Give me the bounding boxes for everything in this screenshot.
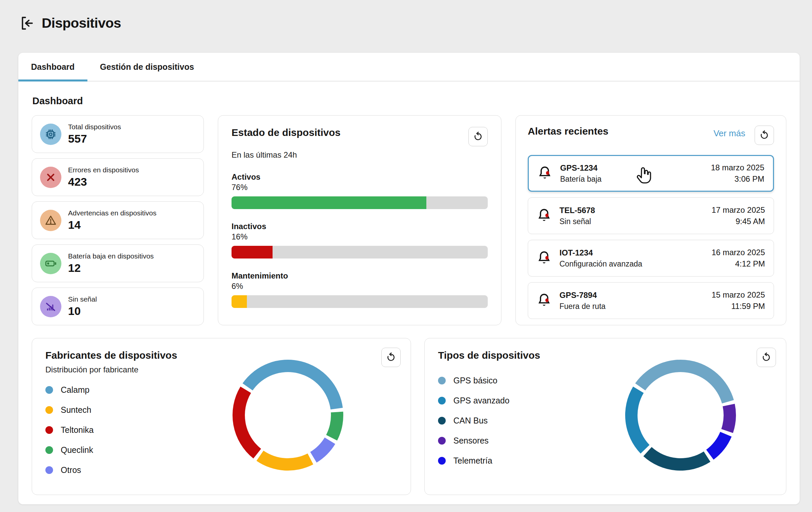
device-types-card: Tipos de dispositivos GPS básico GPS ava…: [424, 338, 786, 495]
alert-row[interactable]: TEL-5678 Sin señal 17 marzo 2025 9:45 AM: [528, 197, 774, 234]
manufacturers-legend: Calamp Suntech Teltonika Queclink Otros: [46, 385, 397, 475]
refresh-button[interactable]: [757, 348, 776, 367]
legend-dot: [438, 457, 446, 464]
refresh-button[interactable]: [381, 348, 401, 367]
no-signal-icon: [40, 296, 61, 317]
stat-label: Sin señal: [68, 295, 97, 303]
battery-low-icon: [40, 253, 61, 274]
alert-row[interactable]: GPS-7894 Fuera de ruta 15 marzo 2025 11:…: [528, 282, 774, 319]
stat-label: Advertencias en dispositivos: [68, 209, 156, 217]
stat-value: 557: [68, 132, 121, 145]
legend-dot: [46, 466, 53, 474]
device-types-donut-chart: [625, 359, 736, 471]
stat-card-no-signal[interactable]: Sin señal 10: [32, 288, 204, 325]
refresh-button[interactable]: [755, 126, 774, 145]
legend-item: Calamp: [46, 385, 397, 395]
chip-icon: [40, 124, 61, 145]
alert-datetime: 15 marzo 2025 11:59 PM: [712, 289, 765, 312]
alert-datetime: 17 marzo 2025 9:45 AM: [712, 205, 765, 227]
alert-bell-icon: [538, 165, 552, 182]
refresh-icon: [473, 132, 483, 142]
alert-device-id: GPS-1234: [560, 163, 703, 173]
legend-dot: [46, 426, 53, 434]
donut-segment-suntech: [257, 451, 313, 470]
stat-value: 423: [68, 176, 139, 188]
legend-dot: [46, 386, 53, 394]
legend-item: Queclink: [46, 445, 397, 455]
warning-triangle-icon: [40, 210, 61, 231]
legend-dot: [438, 397, 446, 404]
tab-device-management[interactable]: Gestión de dispositivos: [87, 53, 207, 81]
alert-bell-icon: [537, 250, 551, 267]
manufacturers-card: Fabricantes de dispositivos Distribución…: [32, 338, 411, 495]
page-header: Dispositivos: [0, 0, 812, 31]
alert-device-id: TEL-5678: [559, 206, 703, 215]
alert-device-id: IOT-1234: [559, 248, 703, 258]
donut-segment-teltonika: [233, 387, 261, 459]
manufacturers-title: Fabricantes de dispositivos: [46, 350, 397, 361]
legend-dot: [438, 377, 446, 384]
stats-column: Total dispositivos 557 Errores en dispos…: [32, 115, 204, 325]
stat-label: Errores en dispositivos: [68, 166, 139, 174]
legend-item: Teltonika: [46, 425, 397, 435]
legend-dot: [46, 446, 53, 454]
refresh-button[interactable]: [468, 127, 488, 146]
stat-card-device-errors[interactable]: Errores en dispositivos 423: [32, 158, 204, 196]
alert-row[interactable]: GPS-1234 Batería baja 18 marzo 2025 3:06…: [528, 155, 774, 192]
progress-percent: 76%: [232, 183, 488, 192]
donut-segment-queclink: [326, 412, 343, 441]
error-x-icon: [40, 167, 61, 188]
progress-label: Inactivos: [232, 222, 488, 231]
legend-dot: [438, 417, 446, 425]
stat-card-total-devices[interactable]: Total dispositivos 557: [32, 115, 204, 153]
device-status-subtitle: En las últimas 24h: [232, 150, 488, 160]
donut-segment-calamp: [242, 360, 343, 409]
alert-device-id: GPS-7894: [559, 291, 703, 300]
tab-dashboard[interactable]: Dashboard: [18, 53, 87, 81]
progress-track: [232, 295, 488, 308]
donut-segment-gps-b-sico: [635, 360, 734, 403]
legend-item: Otros: [46, 465, 397, 475]
alert-message: Configuración avanzada: [559, 260, 703, 269]
donut-segment-telemetr-a: [706, 432, 732, 460]
alert-message: Fuera de ruta: [559, 302, 703, 311]
stat-value: 10: [68, 304, 97, 318]
stat-value: 12: [68, 262, 154, 274]
stat-card-low-battery[interactable]: Batería baja en dispositivos 12: [32, 244, 204, 282]
progress-group-inactive: Inactivos 16%: [232, 222, 488, 259]
alert-message: Batería baja: [560, 175, 703, 184]
progress-track: [232, 246, 488, 259]
stat-label: Batería baja en dispositivos: [68, 252, 154, 260]
progress-label: Activos: [232, 172, 488, 182]
manufacturers-donut-chart: [232, 359, 344, 471]
progress-group-maintenance: Mantenimiento 6%: [232, 271, 488, 308]
back-exit-icon[interactable]: [19, 16, 35, 31]
progress-fill-maintenance: [232, 295, 247, 308]
page-title: Dispositivos: [42, 16, 121, 31]
donut-segment-sensores: [721, 404, 736, 433]
donut-segment-can-bus: [643, 447, 710, 470]
main-card: Dashboard Gestión de dispositivos Dashbo…: [18, 53, 800, 504]
alert-row[interactable]: IOT-1234 Configuración avanzada 16 marzo…: [528, 240, 774, 276]
section-title: Dashboard: [32, 96, 786, 107]
device-status-panel: Estado de dispositivos En las últimas 24…: [218, 115, 501, 325]
alert-list: GPS-1234 Batería baja 18 marzo 2025 3:06…: [528, 155, 774, 319]
refresh-icon: [759, 130, 769, 140]
stat-card-device-warnings[interactable]: Advertencias en dispositivos 14: [32, 201, 204, 239]
donut-segment-gps-avanzado: [625, 387, 649, 454]
alert-message: Sin señal: [559, 217, 703, 226]
recent-alerts-panel: Alertas recientes Ver más: [515, 115, 786, 325]
legend-dot: [438, 437, 446, 444]
donut-segment-otros: [310, 437, 335, 463]
see-more-link[interactable]: Ver más: [714, 128, 745, 139]
progress-track: [232, 196, 488, 209]
legend-dot: [46, 406, 53, 414]
stat-label: Total dispositivos: [68, 123, 121, 131]
recent-alerts-title: Alertas recientes: [528, 126, 714, 137]
progress-percent: 16%: [232, 232, 488, 241]
refresh-icon: [386, 352, 396, 362]
alert-datetime: 18 marzo 2025 3:06 PM: [711, 162, 764, 185]
progress-fill-active: [232, 196, 426, 209]
manufacturers-subtitle: Distribución por fabricante: [46, 365, 397, 374]
alert-bell-icon: [537, 208, 551, 224]
